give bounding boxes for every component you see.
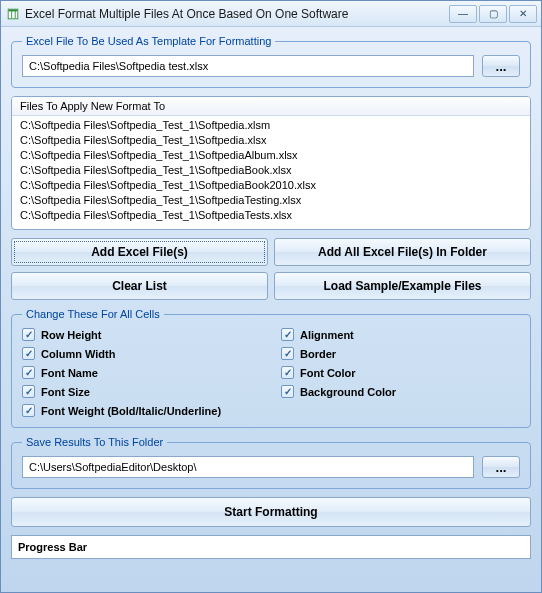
template-legend: Excel File To Be Used As Template For Fo… [22,35,275,47]
check-border[interactable]: ✓Border [281,347,520,360]
svg-rect-4 [15,9,16,18]
content-area: Excel File To Be Used As Template For Fo… [1,27,541,567]
checkbox-icon: ✓ [281,328,294,341]
save-fieldset: Save Results To This Folder ... [11,436,531,489]
minimize-button[interactable]: — [449,5,477,23]
template-browse-button[interactable]: ... [482,55,520,77]
checkbox-icon: ✓ [22,404,35,417]
svg-rect-3 [11,9,12,18]
svg-rect-2 [9,9,18,11]
change-fieldset: Change These For All Cells ✓Row Height ✓… [11,308,531,428]
list-item[interactable]: C:\Softpedia Files\Softpedia_Test_1\Soft… [12,178,530,193]
save-path-input[interactable] [22,456,474,478]
start-formatting-button[interactable]: Start Formatting [11,497,531,527]
files-list[interactable]: C:\Softpedia Files\Softpedia_Test_1\Soft… [12,116,530,229]
list-item[interactable]: C:\Softpedia Files\Softpedia_Test_1\Soft… [12,163,530,178]
check-font-name[interactable]: ✓Font Name [22,366,261,379]
file-buttons-grid: Add Excel File(s) Add All Excel File(s) … [11,238,531,300]
list-item[interactable]: C:\Softpedia Files\Softpedia_Test_1\Soft… [12,133,530,148]
change-legend: Change These For All Cells [22,308,164,320]
list-item[interactable]: C:\Softpedia Files\Softpedia_Test_1\Soft… [12,118,530,133]
checkbox-icon: ✓ [22,385,35,398]
check-font-weight[interactable]: ✓Font Weight (Bold/Italic/Underline) [22,404,520,417]
load-sample-button[interactable]: Load Sample/Example Files [274,272,531,300]
checkbox-icon: ✓ [281,347,294,360]
list-item[interactable]: C:\Softpedia Files\Softpedia_Test_1\Soft… [12,193,530,208]
check-alignment[interactable]: ✓Alignment [281,328,520,341]
list-item[interactable]: C:\Softpedia Files\Softpedia_Test_1\Soft… [12,208,530,223]
add-files-button[interactable]: Add Excel File(s) [11,238,268,266]
template-path-input[interactable] [22,55,474,77]
check-row-height[interactable]: ✓Row Height [22,328,261,341]
maximize-button[interactable]: ▢ [479,5,507,23]
checkbox-icon: ✓ [281,366,294,379]
progress-label: Progress Bar [18,541,87,553]
add-folder-button[interactable]: Add All Excel File(s) In Folder [274,238,531,266]
check-column-width[interactable]: ✓Column Width [22,347,261,360]
checkbox-icon: ✓ [281,385,294,398]
template-fieldset: Excel File To Be Used As Template For Fo… [11,35,531,88]
save-legend: Save Results To This Folder [22,436,167,448]
files-list-container: Files To Apply New Format To C:\Softpedi… [11,96,531,230]
save-browse-button[interactable]: ... [482,456,520,478]
clear-list-button[interactable]: Clear List [11,272,268,300]
titlebar: Excel Format Multiple Files At Once Base… [1,1,541,27]
checkbox-icon: ✓ [22,347,35,360]
checkbox-icon: ✓ [22,366,35,379]
check-font-size[interactable]: ✓Font Size [22,385,261,398]
app-icon [5,6,21,22]
close-button[interactable]: ✕ [509,5,537,23]
checkbox-icon: ✓ [22,328,35,341]
titlebar-title: Excel Format Multiple Files At Once Base… [25,7,447,21]
check-font-color[interactable]: ✓Font Color [281,366,520,379]
list-item[interactable]: C:\Softpedia Files\Softpedia_Test_1\Soft… [12,148,530,163]
app-window: Excel Format Multiple Files At Once Base… [0,0,542,593]
files-list-header: Files To Apply New Format To [12,97,530,116]
check-background-color[interactable]: ✓Background Color [281,385,520,398]
progress-bar: Progress Bar [11,535,531,559]
